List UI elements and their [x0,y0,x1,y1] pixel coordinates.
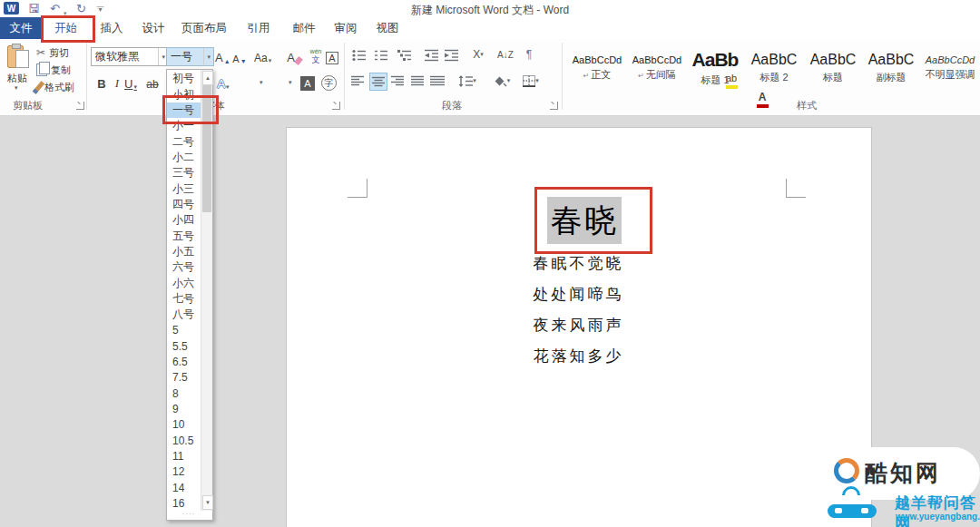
highlight-dropdown-icon[interactable]: ▾ [260,79,263,86]
tab-insert[interactable]: 插入 [92,17,132,39]
align-center-button[interactable] [369,73,387,91]
character-border-button[interactable]: A [325,46,339,65]
font-size-option[interactable]: 小五 [167,244,201,259]
font-size-option[interactable]: 三号 [167,165,201,181]
asian-layout-button[interactable]: X▾ [470,46,486,63]
font-size-dropdown-icon[interactable]: ▾ [203,48,213,65]
font-size-option[interactable]: 12 [167,464,201,480]
font-size-combo[interactable]: 一号 ▾ [166,47,214,66]
decrease-indent-icon[interactable] [424,47,440,63]
style-heading2[interactable]: AaBbC 标题 2 [745,44,803,93]
font-size-option[interactable]: 七号 [167,291,201,307]
change-case-button[interactable]: Aa▾ [254,46,271,65]
tab-page-layout[interactable]: 页面布局 [175,17,233,39]
group-separator [86,43,87,110]
enclose-characters-button[interactable]: 字 [321,73,337,92]
font-size-option[interactable]: 小三 [167,181,201,196]
justify-button[interactable] [409,73,426,89]
font-size-option[interactable]: 9 [167,401,201,416]
tab-mailings[interactable]: 邮件 [284,17,324,39]
increase-indent-icon[interactable] [444,47,460,63]
paragraph-dialog-launcher[interactable] [550,102,558,110]
font-name-combo[interactable]: 微软雅黑 ▾ [91,47,169,66]
scroll-up-icon[interactable]: ▲ [202,71,213,85]
align-left-button[interactable] [349,73,366,89]
font-size-option[interactable]: 11 [167,448,201,464]
line-spacing-button[interactable]: ▾ [456,73,479,89]
style-no-spacing[interactable]: AaBbCcDd ↵无间隔 [628,44,686,93]
cut-button[interactable]: ✂ 剪切 [36,45,69,60]
borders-button[interactable]: ▾ [519,73,543,89]
font-size-option[interactable]: 五号 [167,228,201,243]
font-size-option[interactable]: 初号 [167,71,201,86]
font-size-option[interactable]: 10.5 [167,433,201,448]
font-size-option[interactable]: 小六 [167,275,201,290]
tab-review[interactable]: 审阅 [326,17,366,39]
font-size-option[interactable]: 四号 [167,197,201,212]
tab-references[interactable]: 引用 [239,17,279,39]
multilevel-list-icon[interactable] [397,47,413,63]
paste-button[interactable]: 粘贴 [7,72,27,85]
poem-line[interactable]: 花落知多少 [286,346,871,366]
paste-icon-clip [12,44,21,49]
show-marks-button[interactable]: ¶ [521,46,537,63]
annotation-box-title [534,187,652,254]
style-subtle-emphasis[interactable]: AaBbCcDd 不明显强调 [919,44,980,93]
clear-formatting-button[interactable]: A [287,46,301,65]
font-size-option[interactable]: 六号 [167,259,201,275]
numbering-icon[interactable] [373,47,389,63]
font-size-option[interactable]: 小四 [167,212,201,228]
font-size-option[interactable]: 8 [167,385,201,401]
sort-button[interactable]: A↓Z [497,46,514,63]
copy-icon [36,63,47,76]
copy-button[interactable]: 复制 [36,63,71,77]
font-size-option[interactable]: 10 [167,417,201,433]
bold-button[interactable]: B [94,73,109,92]
font-color-dropdown-icon[interactable]: ▾ [289,79,292,86]
tab-view[interactable]: 视图 [368,17,407,39]
font-size-option[interactable]: 7.5 [167,370,201,385]
character-shading-button[interactable]: A [300,73,315,92]
tab-file[interactable]: 文件 [0,17,42,39]
dropdown-scrollbar[interactable]: ▲ ▼ [201,70,212,511]
return-mark: ↵ [638,72,644,80]
font-dialog-launcher[interactable] [332,102,340,110]
tab-design[interactable]: 设计 [133,17,173,39]
align-right-button[interactable] [389,73,406,89]
scroll-down-icon[interactable]: ▼ [202,495,213,510]
font-size-option[interactable]: 5.5 [167,338,201,354]
poem-line[interactable]: 处处闻啼鸟 [286,284,871,305]
font-size-option[interactable]: 6.5 [167,354,201,369]
style-title[interactable]: AaBbC 标题 [804,44,862,93]
paste-dropdown-icon[interactable]: ▾ [15,84,18,92]
phonetic-guide-button[interactable]: wén 文 [309,46,323,65]
italic-button[interactable]: I [110,73,124,92]
font-size-option[interactable]: 小二 [167,150,201,165]
yueyang-url: www.yueyangbang.com [896,512,980,522]
strikethrough-button[interactable]: ab [145,73,160,92]
margin-mark [786,179,787,198]
format-painter-button[interactable]: 格式刷 [36,80,74,94]
text-effects-button[interactable]: A▾ [216,73,230,92]
underline-button[interactable]: U▾ [123,73,138,92]
distribute-button[interactable] [429,73,446,89]
font-size-option[interactable]: 二号 [167,133,201,149]
font-size-option[interactable]: 八号 [167,307,201,322]
style-subtitle[interactable]: AaBbC 副标题 [862,44,920,93]
style-normal[interactable]: AaBbCcDd ↵正文 [568,44,626,93]
grow-font-button[interactable]: A▲ [215,46,230,65]
poem-line[interactable]: 春眠不觉晓 [286,253,871,274]
poem-line[interactable]: 夜来风雨声 [286,315,871,336]
font-size-option[interactable]: 5 [167,323,201,338]
dropdown-resize-grip[interactable]: ···· [167,512,211,520]
title-bar: W 🖫 ↶ ▾ ↻ —▾ 新建 Microsoft Word 文档 - Word [0,0,980,17]
clipboard-dialog-launcher[interactable] [76,102,84,110]
scissors-icon: ✂ [36,46,45,59]
style-heading1[interactable]: AaBb 标题 1 [686,44,744,93]
shading-button[interactable]: ▾ [490,73,514,89]
font-size-option[interactable]: 14 [167,480,201,495]
shrink-font-button[interactable]: A▼ [232,46,247,65]
bullets-icon[interactable] [351,47,368,63]
font-color-button[interactable]: A [272,91,980,110]
clipboard-group-label: 剪贴板 [13,99,43,112]
